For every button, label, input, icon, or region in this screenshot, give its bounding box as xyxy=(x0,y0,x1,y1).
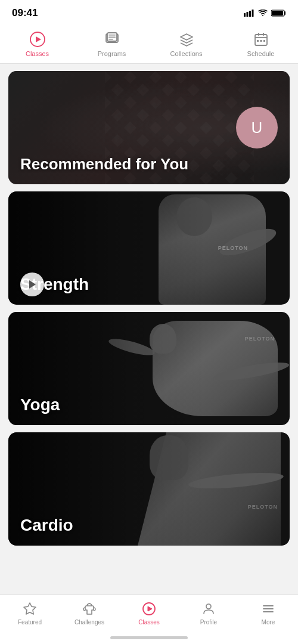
nav-item-schedule[interactable]: Schedule xyxy=(224,31,298,57)
svg-marker-25 xyxy=(148,606,152,611)
status-icons xyxy=(244,10,286,17)
peloton-label-cardio: PELOTON xyxy=(248,504,278,510)
svg-marker-22 xyxy=(24,603,36,614)
more-label: More xyxy=(262,619,275,626)
cardio-label: Cardio xyxy=(8,505,85,546)
wifi-icon xyxy=(258,10,268,17)
svg-rect-1 xyxy=(247,12,249,17)
svg-rect-15 xyxy=(263,33,264,36)
nav-item-programs[interactable]: Programs xyxy=(74,31,149,57)
nav-schedule-label: Schedule xyxy=(247,50,275,57)
tab-profile[interactable]: Profile xyxy=(179,601,238,626)
featured-label: Featured xyxy=(18,619,42,626)
featured-icon xyxy=(22,601,38,617)
svg-rect-14 xyxy=(258,33,259,36)
yoga-label: Yoga xyxy=(8,385,72,425)
challenges-label: Challenges xyxy=(74,619,104,626)
home-indicator xyxy=(110,636,188,639)
top-nav: Classes Programs Collections xyxy=(0,26,298,64)
tab-featured[interactable]: Featured xyxy=(0,601,60,626)
nav-item-classes[interactable]: Classes xyxy=(0,31,74,57)
nav-item-collections[interactable]: Collections xyxy=(149,31,224,57)
recommended-card[interactable]: Recommended for You U xyxy=(8,71,290,184)
strength-card[interactable]: PELOTON Strength xyxy=(8,191,290,305)
tab-more[interactable]: More xyxy=(238,601,298,626)
peloton-label-yoga: PELOTON xyxy=(245,336,275,342)
svg-rect-11 xyxy=(108,37,116,38)
svg-rect-16 xyxy=(257,40,259,42)
battery-icon xyxy=(271,10,286,17)
profile-label: Profile xyxy=(200,619,217,626)
programs-icon xyxy=(104,31,120,48)
svg-point-26 xyxy=(206,604,211,609)
svg-rect-17 xyxy=(260,40,262,42)
nav-collections-label: Collections xyxy=(170,50,203,57)
tab-challenges[interactable]: Challenges xyxy=(60,601,119,626)
tab-classes[interactable]: Classes xyxy=(119,601,179,626)
challenges-icon xyxy=(82,601,97,617)
classes-icon xyxy=(29,31,46,48)
nav-programs-label: Programs xyxy=(98,50,126,57)
status-time: 09:41 xyxy=(12,7,38,19)
nav-classes-label: Classes xyxy=(26,50,49,57)
strength-play-button[interactable] xyxy=(20,273,44,296)
svg-marker-7 xyxy=(36,36,41,42)
avatar-circle: U xyxy=(236,107,278,148)
cardio-card[interactable]: PELOTON Cardio xyxy=(8,432,290,546)
signal-icon xyxy=(244,10,254,17)
svg-rect-0 xyxy=(244,13,246,17)
svg-rect-2 xyxy=(249,11,251,17)
avatar-letter: U xyxy=(252,119,263,137)
play-icon xyxy=(28,280,36,289)
svg-rect-12 xyxy=(108,39,113,40)
yoga-card[interactable]: PELOTON Yoga xyxy=(8,312,290,425)
classes-tab-icon xyxy=(141,601,157,617)
classes-tab-label: Classes xyxy=(138,619,160,626)
svg-marker-21 xyxy=(29,280,36,289)
recommended-label: Recommended for You xyxy=(8,144,200,184)
peloton-label-strength: PELOTON xyxy=(218,245,248,251)
schedule-icon xyxy=(253,31,269,48)
collections-icon xyxy=(178,31,195,48)
more-icon xyxy=(260,601,276,617)
svg-rect-3 xyxy=(252,10,254,17)
svg-rect-5 xyxy=(272,11,283,16)
status-bar: 09:41 xyxy=(0,0,298,26)
svg-rect-10 xyxy=(108,35,116,36)
scroll-content: Recommended for You U PELOTON Strength xyxy=(0,64,298,593)
svg-rect-18 xyxy=(263,40,265,42)
profile-icon xyxy=(201,601,216,617)
